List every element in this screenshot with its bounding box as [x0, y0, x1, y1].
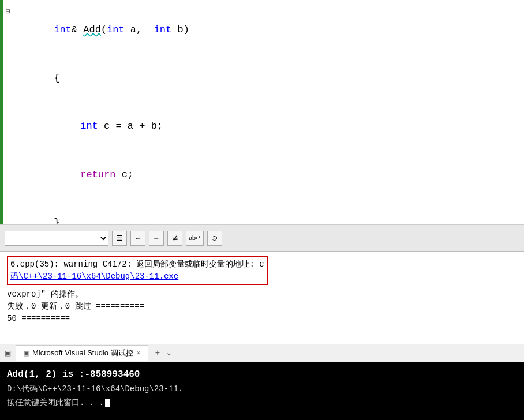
- list-button[interactable]: ≢: [167, 231, 182, 246]
- function-name: Add: [83, 24, 101, 35]
- list-icon: ≢: [172, 234, 178, 242]
- code-content: {: [16, 55, 524, 102]
- output-area: 6.cpp(35): warning C4172: 返回局部变量或临时变量的地址…: [0, 252, 524, 344]
- bookmark-icon: ☰: [117, 234, 123, 242]
- console-title: Microsoft Visual Studio 调试控: [32, 348, 133, 358]
- text-cursor: [105, 399, 110, 407]
- bookmark-button[interactable]: ☰: [112, 231, 127, 246]
- code-line: return c;: [0, 151, 524, 199]
- wrap-icon: ab↵: [189, 234, 201, 242]
- tab-add-button[interactable]: +: [155, 348, 160, 358]
- output-select[interactable]: [5, 231, 108, 246]
- path-line[interactable]: 码\C++\23-11-16\x64\Debug\23-11.exe: [10, 272, 178, 281]
- fold-icon: ⊟: [6, 6, 10, 18]
- code-line: {: [0, 54, 524, 103]
- console-close-button[interactable]: ×: [137, 349, 141, 357]
- warning-container: 6.cpp(35): warning C4172: 返回局部变量或临时变量的地址…: [7, 256, 517, 286]
- clock-button[interactable]: ⏲: [207, 231, 222, 246]
- wrap-button[interactable]: ab↵: [186, 231, 204, 246]
- console-content: Add(1, 2) is :-858993460 D:\代码\C++\23-11…: [0, 362, 524, 415]
- console-line-1: Add(1, 2) is :-858993460: [7, 367, 517, 382]
- vcxproj-line: vcxproj" 的操作。: [7, 288, 517, 301]
- console-line-3: 按任意键关闭此窗口. . .: [7, 396, 517, 410]
- chevron-down-icon[interactable]: ⌄: [167, 348, 171, 357]
- code-editor[interactable]: ⊟ int& Add(int a, int b) { int c = a + b…: [0, 0, 524, 225]
- back-icon: ←: [134, 234, 141, 242]
- code-content: int& Add(int a, int b): [16, 6, 524, 54]
- back-button[interactable]: ←: [130, 231, 145, 246]
- code-line: int c = a + b;: [0, 102, 524, 151]
- tab-icon: ▣: [23, 350, 29, 357]
- clock-icon: ⏲: [211, 234, 218, 242]
- console-icon: ▣: [5, 349, 11, 357]
- code-content: return c;: [16, 151, 524, 198]
- warning-box: 6.cpp(35): warning C4172: 返回局部变量或临时变量的地址…: [7, 256, 268, 285]
- code-content: int c = a + b;: [16, 103, 524, 150]
- result-line: 失败，0 更新，0 跳过 ==========: [7, 301, 517, 313]
- code-line: ⊟ int& Add(int a, int b): [0, 6, 524, 54]
- console-window: ▣ ▣ Microsoft Visual Studio 调试控 × + ⌄ Ad…: [0, 344, 524, 420]
- console-line-2: D:\代码\C++\23-11-16\x64\Debug\23-11.: [7, 382, 517, 396]
- keyword: int: [54, 24, 72, 35]
- forward-button[interactable]: →: [149, 231, 164, 246]
- code-line: }: [0, 198, 524, 225]
- green-bar: [0, 0, 3, 224]
- console-tab[interactable]: ▣ Microsoft Visual Studio 调试控 ×: [16, 345, 148, 361]
- console-titlebar: ▣ ▣ Microsoft Visual Studio 调试控 × + ⌄: [0, 344, 524, 362]
- output-toolbar: ☰ ← → ≢ ab↵ ⏲: [0, 225, 524, 252]
- warning-line: 6.cpp(35): warning C4172: 返回局部变量或临时变量的地址…: [10, 260, 264, 269]
- code-content: }: [16, 199, 524, 225]
- count-line: 50 ==========: [7, 313, 517, 325]
- forward-icon: →: [153, 234, 160, 242]
